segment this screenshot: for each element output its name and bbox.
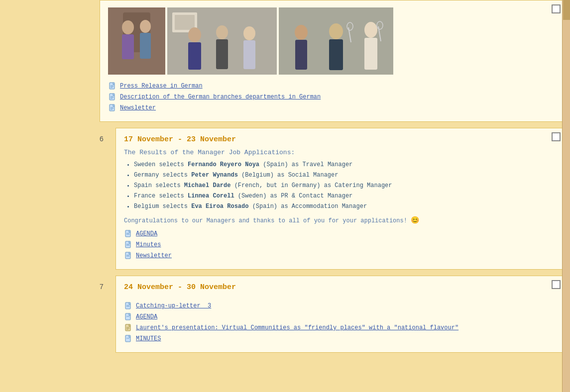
svg-rect-34: [110, 104, 114, 111]
section-subtitle-6: The Results of the Manager Job Applicati…: [124, 149, 557, 156]
svg-rect-50: [125, 313, 130, 320]
manager-name: Peter Wynands: [191, 172, 238, 179]
scrollbar-thumb[interactable]: [563, 0, 570, 20]
section-7-wrapper: 7 24 November - 30 November: [115, 276, 565, 353]
section-toggle-5[interactable]: [552, 4, 561, 13]
section-card-7: 24 November - 30 November Catching-up-le…: [115, 276, 565, 353]
svg-rect-3: [122, 34, 134, 59]
bullet-item: Sweden selects Fernando Reyero Noya (Spa…: [134, 160, 557, 169]
svg-rect-14: [243, 40, 255, 69]
section-toggle-6[interactable]: [552, 132, 561, 141]
doc2-icon: [124, 323, 133, 332]
file-link-item: MINUTES: [124, 334, 557, 343]
section-toggle-7[interactable]: [552, 280, 561, 289]
laurent-presentation-link[interactable]: Laurent's presentation: Virtual Communit…: [136, 324, 458, 331]
section-title-6: 17 November - 23 November: [124, 135, 557, 144]
photo-1: [108, 7, 165, 75]
svg-rect-41: [125, 241, 130, 248]
svg-rect-10: [188, 42, 201, 70]
file-link-item: Catching-up-letter_ 3: [124, 301, 557, 310]
bullet-list-6: Sweden selects Fernando Reyero Noya (Spa…: [124, 160, 557, 211]
doc-icon: [124, 229, 133, 238]
svg-point-20: [364, 22, 377, 38]
file-link-item: Newsletter: [124, 251, 557, 260]
doc-icon: [124, 301, 133, 310]
svg-point-9: [188, 27, 201, 42]
scrollbar[interactable]: [562, 0, 570, 392]
file-link-item: Description of the German branches depar…: [108, 93, 557, 101]
file-link-item: Press Release in German: [108, 82, 557, 91]
section-card-6: 17 November - 23 November The Results of…: [115, 128, 565, 270]
doc-icon: [124, 240, 133, 249]
smiley-icon: 😊: [411, 216, 419, 224]
page-wrapper: Press Release in German Description of t…: [0, 0, 570, 392]
svg-rect-26: [110, 83, 114, 89]
svg-rect-5: [140, 33, 151, 59]
section-number-7: 7: [100, 283, 104, 291]
minutes-link-7[interactable]: MINUTES: [136, 335, 161, 342]
svg-rect-12: [216, 39, 228, 69]
minutes-link-6[interactable]: Minutes: [136, 241, 161, 248]
svg-rect-8: [175, 15, 195, 30]
doc-icon: [108, 82, 117, 91]
file-links-section5: Press Release in German Description of t…: [108, 82, 557, 112]
photos-strip: [108, 7, 557, 75]
svg-rect-52: [125, 324, 130, 331]
german-branches-link[interactable]: Description of the German branches depar…: [120, 94, 321, 100]
file-link-item: Minutes: [124, 240, 557, 249]
section-card-5: Press Release in German Description of t…: [100, 0, 565, 122]
manager-name: Linnea Corell: [188, 193, 234, 199]
manager-name: Fernando Reyero Noya: [188, 161, 259, 168]
svg-rect-19: [329, 39, 343, 70]
svg-point-18: [329, 23, 343, 39]
svg-point-11: [216, 25, 228, 39]
file-link-item: Newsletter: [108, 103, 557, 112]
file-link-item: AGENDA: [124, 229, 557, 238]
doc-icon: [124, 312, 133, 321]
content-area: Press Release in German Description of t…: [95, 0, 570, 353]
svg-point-2: [122, 20, 134, 34]
congrats-text-6: Congratulations to our Managers and than…: [124, 216, 557, 224]
section-title-7: 24 November - 30 November: [124, 283, 557, 292]
doc-icon: [108, 103, 117, 112]
section-number-6: 6: [100, 135, 104, 143]
doc-icon: [124, 334, 133, 343]
file-link-item: Laurent's presentation: Virtual Communit…: [124, 323, 557, 332]
bullet-item: France selects Linnea Corell (Sweden) as…: [134, 192, 557, 200]
doc-icon: [124, 251, 133, 260]
bullet-item: Belgium selects Eva Eiroa Rosado (Spain)…: [134, 202, 557, 211]
file-links-section6: AGENDA Minutes: [124, 229, 557, 260]
bullet-item: Spain selects Michael Darde (French, but…: [134, 181, 557, 190]
svg-point-16: [295, 25, 308, 40]
svg-rect-21: [364, 38, 377, 70]
svg-rect-17: [295, 40, 307, 70]
newsletter-link-5[interactable]: Newsletter: [120, 104, 156, 111]
photo-3: [279, 7, 393, 75]
svg-rect-38: [125, 230, 130, 237]
press-release-link[interactable]: Press Release in German: [120, 83, 203, 90]
svg-rect-47: [125, 302, 130, 309]
svg-rect-44: [125, 252, 130, 259]
file-link-item: AGENDA: [124, 312, 557, 321]
bullet-item: Germany selects Peter Wynands (Belgium) …: [134, 171, 557, 180]
manager-name: Michael Darde: [184, 182, 231, 189]
agenda-link-6[interactable]: AGENDA: [136, 230, 157, 237]
agenda-link-7[interactable]: AGENDA: [136, 313, 157, 320]
manager-name: Eva Eiroa Rosado: [191, 203, 248, 210]
section-6-wrapper: 6 17 November - 23 November The Results …: [115, 128, 565, 270]
catching-up-link[interactable]: Catching-up-letter_ 3: [136, 302, 211, 309]
photo-2: [167, 7, 277, 75]
doc-icon: [108, 93, 117, 101]
file-links-section7: Catching-up-letter_ 3 AGENDA: [124, 301, 557, 343]
svg-point-4: [140, 20, 151, 33]
newsletter-link-6[interactable]: Newsletter: [136, 252, 172, 259]
svg-rect-30: [110, 94, 114, 100]
svg-rect-56: [125, 335, 130, 342]
svg-point-13: [243, 26, 255, 40]
